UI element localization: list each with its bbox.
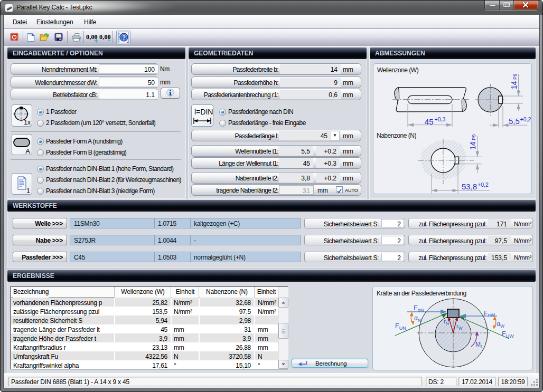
svg-text:45: 45 [425, 117, 434, 126]
svg-text:+0,2: +0,2 [478, 181, 489, 188]
svg-text:Kräfte an der Passfederverbind: Kräfte an der Passfederverbindung [377, 290, 466, 297]
svg-text:Wellenzone (W): Wellenzone (W) [377, 66, 419, 74]
svg-text:?: ? [122, 34, 126, 41]
svg-text:FnN: FnN [414, 304, 424, 313]
svg-text:14: 14 [510, 81, 518, 89]
svg-text:αN: αN [414, 314, 421, 323]
svg-text:P9: P9 [471, 134, 476, 140]
svg-text:+0,2: +0,2 [520, 116, 531, 122]
svg-text:14: 14 [469, 141, 477, 150]
svg-text:FnW: FnW [484, 310, 495, 318]
svg-text:FUW: FUW [502, 330, 514, 339]
svg-text:5,5: 5,5 [509, 117, 520, 126]
svg-text:+0,3: +0,3 [435, 116, 446, 122]
svg-text:αW: αW [497, 320, 504, 329]
svg-text:Nabenzone (N): Nabenzone (N) [377, 132, 416, 139]
svg-text:P9: P9 [512, 73, 518, 80]
svg-text:FUN: FUN [395, 322, 406, 331]
svg-text:53,8: 53,8 [462, 182, 477, 191]
